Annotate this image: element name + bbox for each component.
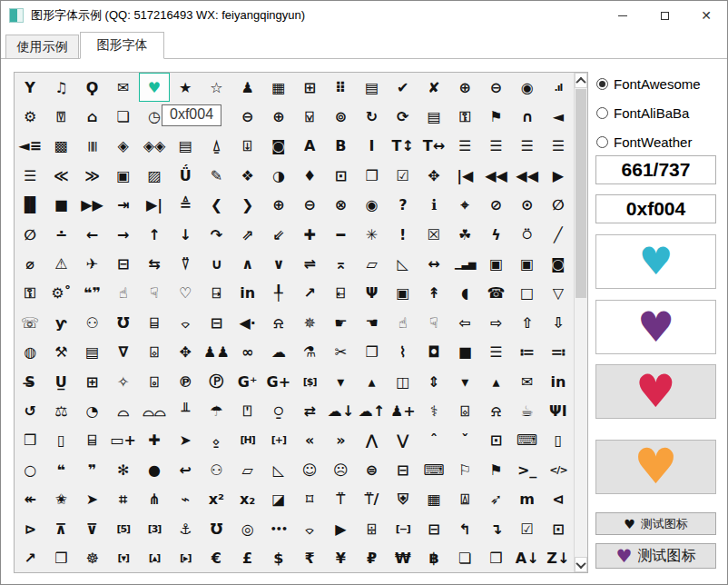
icon-sort-desc[interactable]: ▾: [449, 367, 480, 396]
icon-list-alt[interactable]: ▤: [418, 102, 449, 131]
test-icon-button-1[interactable]: ♥测试图标: [595, 512, 716, 535]
icon-circle[interactable]: ●: [139, 455, 170, 484]
scrollbar-thumb[interactable]: [576, 89, 586, 298]
icon-tags[interactable]: ◈◈: [139, 132, 170, 161]
icon-suitcase[interactable]: ⌺: [449, 396, 480, 425]
icon-tablet[interactable]: ▯: [543, 426, 574, 455]
icon-anchor[interactable]: ⚓: [170, 514, 201, 543]
tab-icon-font[interactable]: 图形字体: [80, 32, 164, 59]
icon-caret-down[interactable]: ▾: [325, 367, 356, 396]
icon-check[interactable]: ✔: [388, 73, 418, 102]
icon-qrcode[interactable]: ▩: [45, 132, 76, 161]
icon-eur[interactable]: €: [201, 543, 231, 572]
icon-calendar-o[interactable]: ▦: [418, 484, 449, 513]
icon-refresh[interactable]: ⟳: [388, 102, 418, 131]
icon-ban[interactable]: ∅: [543, 191, 574, 220]
icon-eject[interactable]: ≜: [170, 191, 201, 220]
icon-thumbs-o-up[interactable]: ☝: [108, 279, 139, 308]
icon-h-square[interactable]: [H]: [232, 426, 263, 455]
icon-microphone[interactable]: ⍡: [325, 484, 356, 513]
icon-angle-down[interactable]: ˇ: [449, 426, 480, 455]
icon-volume-up[interactable]: ◄≡: [15, 132, 45, 161]
icon-magic[interactable]: ✧: [108, 367, 139, 396]
icon-align-left[interactable]: ☰: [449, 132, 480, 161]
icon-pause[interactable]: ▐▌: [15, 191, 45, 220]
icon-users[interactable]: ♟♟: [201, 338, 231, 367]
icon-angle-up[interactable]: ˆ: [418, 426, 449, 455]
icon-inr[interactable]: ₹: [294, 543, 325, 572]
icon-comment-o[interactable]: ⌓: [108, 396, 139, 425]
icon-reply-all[interactable]: ↞: [15, 484, 45, 513]
icon-scissors[interactable]: ✂: [325, 338, 356, 367]
icon-twitter[interactable]: ƴ: [45, 308, 76, 337]
icon-building-o[interactable]: ▯: [45, 426, 76, 455]
icon-check-square[interactable]: ☑: [512, 514, 543, 543]
icon-share-square-o[interactable]: ❐: [356, 161, 387, 190]
radio-fontawesome[interactable]: FontAwesome: [596, 75, 701, 92]
icon-chevron-down[interactable]: ∨: [263, 249, 294, 278]
icon-chevron-circle-down[interactable]: ⊽: [76, 514, 107, 543]
icon-krw[interactable]: ₩: [388, 543, 418, 572]
icon-star-half-o[interactable]: ✬: [45, 484, 76, 513]
icon-lightbulb-o[interactable]: ⍜: [263, 396, 294, 425]
icon-credit-card[interactable]: ⌸: [139, 308, 170, 337]
icon-info-circle[interactable]: ℹ: [418, 191, 449, 220]
icon-cutlery[interactable]: ΨΙ: [543, 396, 574, 425]
icon-bar-chart[interactable]: ▁▃▅: [449, 249, 480, 278]
icon-share-square[interactable]: ❐: [45, 543, 76, 572]
icon-count-field[interactable]: 661/737: [595, 155, 716, 184]
icon-puzzle-piece[interactable]: ⌑: [294, 484, 325, 513]
icon-user-md[interactable]: ♟+: [388, 396, 418, 425]
icon-angle-double-left[interactable]: «: [294, 426, 325, 455]
icon-play[interactable]: ▶: [543, 161, 574, 190]
icon-unknown[interactable]: Ǘ: [170, 161, 201, 190]
icon-briefcase[interactable]: ⌺: [139, 338, 170, 367]
icon-magnet[interactable]: ∪: [201, 249, 231, 278]
icon-search-minus[interactable]: ⊖: [480, 73, 511, 102]
icon-angle-double-down[interactable]: ⋁: [388, 426, 418, 455]
icon-plus-square[interactable]: [+]: [263, 426, 294, 455]
icon-compass[interactable]: ☸: [76, 543, 107, 572]
icon-stop[interactable]: ■: [45, 191, 76, 220]
icon-code-fork[interactable]: ⋔: [139, 484, 170, 513]
icon-leaf[interactable]: ☘: [449, 220, 480, 249]
icon-ellipsis-h[interactable]: •••: [263, 514, 294, 543]
icon-undo[interactable]: ↺: [15, 396, 45, 425]
icon-italic[interactable]: I: [356, 132, 387, 161]
icon-bookmark-o[interactable]: ▽: [543, 279, 574, 308]
icon-chevron-left[interactable]: ❮: [201, 191, 231, 220]
icon-file[interactable]: ❏: [449, 543, 480, 572]
icon-cloud-upload[interactable]: ☁↑: [356, 396, 387, 425]
icon-heart[interactable]: ♥: [139, 73, 170, 102]
icon-minus-square[interactable]: [−]: [388, 514, 418, 543]
icon-linkedin-square[interactable]: in: [232, 279, 263, 308]
icon-adjust[interactable]: ◑: [263, 161, 294, 190]
icon-frown-o[interactable]: ☹: [325, 455, 356, 484]
icon-trash-o[interactable]: ⍔: [45, 102, 76, 131]
icon-google-plus-square[interactable]: G⁺: [232, 367, 263, 396]
icon-glass[interactable]: Y: [15, 73, 45, 102]
icon-meh-o[interactable]: ⊜: [356, 455, 387, 484]
icon-user[interactable]: ♟: [232, 73, 263, 102]
icon-hand-o-right[interactable]: ☛: [325, 308, 356, 337]
icon-indent[interactable]: ≫: [76, 161, 107, 190]
icon-clipboard[interactable]: ⍞: [232, 396, 263, 425]
icon-folder[interactable]: ▱: [356, 249, 387, 278]
icon-arrow-right[interactable]: →: [108, 220, 139, 249]
icon-file-o[interactable]: ❏: [108, 102, 139, 131]
icon-location-arrow[interactable]: ➤: [76, 484, 107, 513]
icon-cog[interactable]: ⚙: [15, 102, 45, 131]
icon-link[interactable]: ∞: [232, 338, 263, 367]
icon-level-up[interactable]: ↰: [449, 514, 480, 543]
icon-phone-square[interactable]: ☏: [15, 308, 45, 337]
icon-align-center[interactable]: ☰: [480, 132, 511, 161]
icon-hand-o-left[interactable]: ☚: [356, 308, 387, 337]
icon-envelope[interactable]: ✉: [512, 367, 543, 396]
icon-arrow-circle-down[interactable]: ⇩: [543, 308, 574, 337]
icon-hdd-o[interactable]: ⊟: [201, 308, 231, 337]
close-button[interactable]: ✕: [685, 1, 727, 30]
icon-keyboard-o[interactable]: ⌨: [418, 455, 449, 484]
icon-home[interactable]: ⌂: [76, 102, 107, 131]
icon-strikethrough[interactable]: S̶: [15, 367, 45, 396]
icon-unlock-alt[interactable]: Ʊ: [201, 514, 231, 543]
